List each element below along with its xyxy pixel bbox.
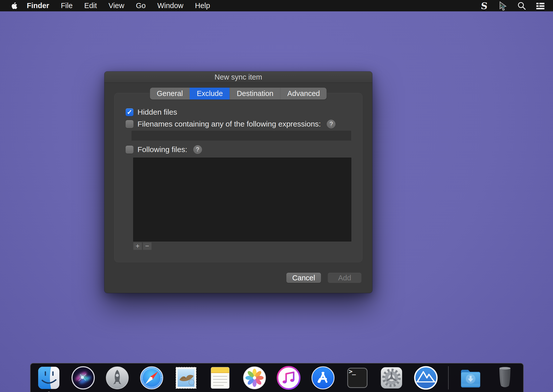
menu-item-file[interactable]: File bbox=[55, 0, 79, 11]
dock-divider bbox=[448, 366, 449, 389]
hidden-files-label: Hidden files bbox=[137, 108, 177, 116]
mail-icon bbox=[174, 366, 198, 390]
tab-general[interactable]: General bbox=[150, 88, 190, 100]
menu-item-view[interactable]: View bbox=[103, 0, 130, 11]
trash-icon bbox=[493, 366, 517, 390]
finder-icon bbox=[37, 366, 61, 390]
dock-item-music[interactable] bbox=[276, 366, 301, 390]
photos-icon bbox=[242, 366, 267, 390]
cancel-button[interactable]: Cancel bbox=[286, 273, 321, 283]
app-store-icon bbox=[311, 366, 335, 390]
spotlight-search-icon[interactable] bbox=[516, 0, 527, 11]
apple-menu[interactable] bbox=[11, 2, 17, 10]
menu-bar-status-area: S bbox=[479, 0, 546, 11]
apple-logo-icon bbox=[11, 2, 17, 10]
dock-item-app-store[interactable] bbox=[311, 366, 335, 390]
new-sync-item-dialog: New sync item General Exclude Destinatio… bbox=[104, 71, 372, 293]
filenames-checkbox[interactable]: ✓ bbox=[126, 120, 133, 128]
dock-item-safari[interactable] bbox=[140, 366, 164, 390]
menu-bar: Finder File Edit View Go Window Help S bbox=[0, 0, 553, 11]
siri-icon bbox=[71, 366, 95, 390]
dock-item-photos[interactable] bbox=[242, 366, 267, 390]
notes-icon bbox=[208, 366, 232, 390]
app-cleaner-mountains-icon bbox=[414, 366, 438, 390]
tab-advanced[interactable]: Advanced bbox=[280, 88, 327, 100]
tab-destination[interactable]: Destination bbox=[230, 88, 280, 100]
following-files-checkbox[interactable]: ✓ bbox=[126, 146, 133, 154]
menu-item-help[interactable]: Help bbox=[189, 0, 216, 11]
menu-item-window[interactable]: Window bbox=[151, 0, 189, 11]
menu-item-finder[interactable]: Finder bbox=[21, 0, 55, 11]
following-files-row: ✓ Following files: ? bbox=[126, 145, 202, 154]
notification-center-icon[interactable] bbox=[535, 0, 546, 11]
dock-item-trash[interactable] bbox=[493, 366, 517, 390]
tab-exclude[interactable]: Exclude bbox=[190, 88, 229, 100]
system-preferences-icon bbox=[379, 366, 404, 390]
launchpad-icon bbox=[105, 366, 129, 390]
dialog-button-row: Cancel Add bbox=[104, 273, 372, 283]
following-files-list[interactable] bbox=[133, 158, 351, 241]
terminal-prompt-glyph: >_ bbox=[349, 368, 355, 375]
filenames-row: ✓ Filenames containing any of the follow… bbox=[126, 120, 335, 128]
dock-item-downloads-folder[interactable] bbox=[458, 366, 483, 390]
dock-item-finder[interactable] bbox=[37, 366, 61, 390]
downloads-folder-icon bbox=[458, 366, 483, 390]
dock-item-siri[interactable] bbox=[71, 366, 95, 390]
remove-file-button[interactable]: − bbox=[143, 242, 152, 250]
dock-item-notes[interactable] bbox=[208, 366, 232, 390]
dialog-tab-bar: General Exclude Destination Advanced bbox=[150, 88, 327, 100]
checkmark-icon: ✓ bbox=[127, 109, 132, 115]
filenames-label: Filenames containing any of the followin… bbox=[137, 120, 321, 128]
dock-item-mail[interactable] bbox=[174, 366, 198, 390]
dock-item-terminal[interactable]: >_ bbox=[345, 366, 370, 390]
pointer-tool-icon[interactable] bbox=[497, 0, 509, 11]
dock-item-launchpad[interactable] bbox=[105, 366, 129, 390]
menu-item-edit[interactable]: Edit bbox=[78, 0, 103, 11]
sync-s-logo-icon[interactable]: S bbox=[478, 0, 491, 11]
dock-item-app-cleaner[interactable] bbox=[414, 366, 438, 390]
following-files-help-button[interactable]: ? bbox=[193, 145, 202, 154]
dialog-title-bar[interactable]: New sync item bbox=[104, 71, 372, 83]
dock: >_ bbox=[30, 363, 524, 392]
list-edit-buttons: + − bbox=[133, 242, 152, 250]
add-button[interactable]: Add bbox=[328, 273, 361, 283]
expressions-input[interactable] bbox=[132, 131, 351, 141]
safari-icon bbox=[140, 366, 164, 390]
music-icon bbox=[276, 366, 301, 390]
add-file-button[interactable]: + bbox=[133, 242, 142, 250]
following-files-label: Following files: bbox=[137, 145, 187, 154]
filenames-help-button[interactable]: ? bbox=[327, 120, 335, 128]
hidden-files-checkbox[interactable]: ✓ bbox=[126, 108, 133, 116]
dock-item-system-preferences[interactable] bbox=[379, 366, 404, 390]
hidden-files-row: ✓ Hidden files bbox=[126, 108, 177, 116]
dialog-title: New sync item bbox=[215, 73, 262, 81]
menu-item-go[interactable]: Go bbox=[130, 0, 152, 11]
